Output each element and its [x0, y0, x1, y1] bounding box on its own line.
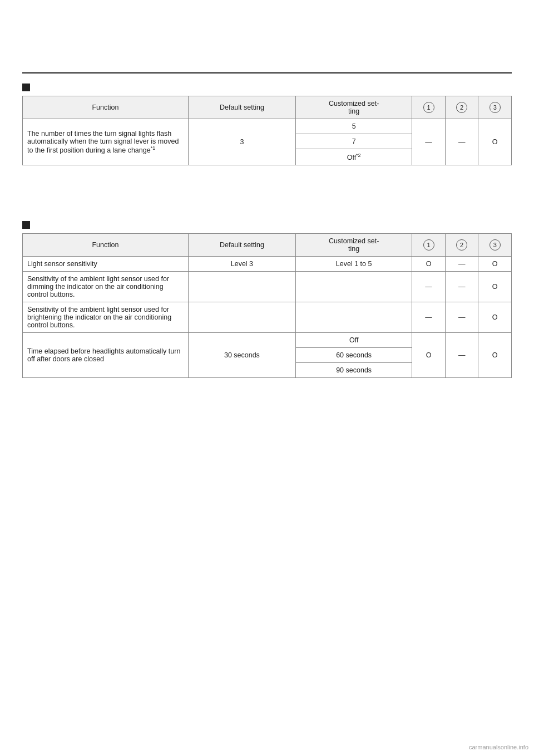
table-1: Function Default setting Customized set-…: [22, 96, 512, 165]
table2-row2-c1: —: [412, 272, 446, 302]
table2-row4-function: Time elapsed before headlights automatic…: [23, 333, 189, 378]
table2-row3-custom: [296, 302, 412, 333]
table2-row1-c2: —: [445, 257, 478, 272]
table-row: The number of times the turn signal ligh…: [23, 119, 512, 134]
table1-row1-custom-5: 5: [296, 119, 412, 134]
table2-row1-c3: O: [478, 257, 512, 272]
table-2: Function Default setting Customized set-…: [22, 233, 512, 378]
table2-row2-c3: O: [478, 272, 512, 302]
table2-row4-custom-off: Off: [296, 333, 412, 348]
table2-row1-c1: O: [412, 257, 446, 272]
top-divider: [22, 72, 512, 73]
table2-row4-c1: O: [412, 333, 446, 378]
table1-header-function: Function: [23, 96, 189, 119]
section-2-header: [22, 221, 512, 229]
table-row: Time elapsed before headlights automatic…: [23, 333, 512, 348]
page-container: Function Default setting Customized set-…: [0, 11, 534, 411]
section-1: Function Default setting Customized set-…: [22, 84, 512, 165]
table-row: Light sensor sensitivity Level 3 Level 1…: [23, 257, 512, 272]
table2-header-num2: 2: [445, 234, 478, 257]
table2-header-num1: 1: [412, 234, 446, 257]
table2-header-function: Function: [23, 234, 189, 257]
table2-row4-c3: O: [478, 333, 512, 378]
table1-row1-custom-off: Off*2: [296, 149, 412, 165]
table2-row1-default: Level 3: [188, 257, 295, 272]
table2-row2-c2: —: [445, 272, 478, 302]
table2-row3-c2: —: [445, 302, 478, 333]
table1-row1-function: The number of times the turn signal ligh…: [23, 119, 189, 165]
table1-header-num3: 3: [478, 96, 512, 119]
section-1-square-icon: [22, 84, 30, 91]
section-1-header: [22, 84, 512, 91]
table1-row1-c1: —: [412, 119, 446, 165]
table2-header-num3: 3: [478, 234, 512, 257]
table1-header-default: Default setting: [188, 96, 295, 119]
table1-row1-c3: O: [478, 119, 512, 165]
table2-row2-default: [188, 272, 295, 302]
table2-row3-c1: —: [412, 302, 446, 333]
table1-header-num2: 2: [445, 96, 478, 119]
table1-row1-default: 3: [188, 119, 295, 165]
table2-row4-custom-90: 90 seconds: [296, 363, 412, 378]
table2-row4-custom-60: 60 seconds: [296, 348, 412, 363]
table2-row4-default: 30 seconds: [188, 333, 295, 378]
watermark: carmanualsonline.info: [469, 744, 528, 750]
table2-row2-custom: [296, 272, 412, 302]
table2-row3-c3: O: [478, 302, 512, 333]
table1-header-customized: Customized set-ting: [296, 96, 412, 119]
table-row: Sensitivity of the ambient light sensor …: [23, 302, 512, 333]
table2-header-default: Default setting: [188, 234, 295, 257]
section-2-square-icon: [22, 221, 30, 229]
table1-header-num1: 1: [412, 96, 446, 119]
table-row: Sensitivity of the ambient light sensor …: [23, 272, 512, 302]
table2-row3-default: [188, 302, 295, 333]
table2-row4-c2: —: [445, 333, 478, 378]
table2-row1-custom: Level 1 to 5: [296, 257, 412, 272]
table1-row1-custom-7: 7: [296, 134, 412, 149]
section-2: Function Default setting Customized set-…: [22, 221, 512, 378]
table2-row3-function: Sensitivity of the ambient light sensor …: [23, 302, 189, 333]
table2-header-customized: Customized set-ting: [296, 234, 412, 257]
table2-row2-function: Sensitivity of the ambient light sensor …: [23, 272, 189, 302]
table2-row1-function: Light sensor sensitivity: [23, 257, 189, 272]
table1-row1-c2: —: [445, 119, 478, 165]
